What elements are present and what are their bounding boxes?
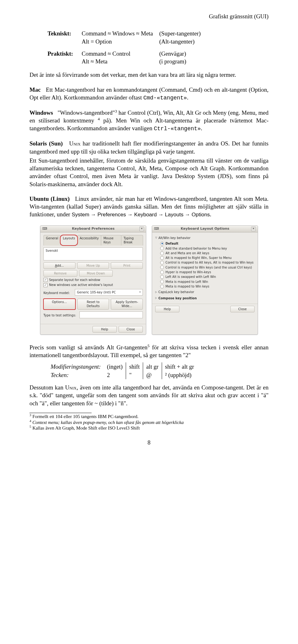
key-table: Tekniskt: Command ≈ Windows ≈ Meta Alt =…	[29, 30, 269, 65]
radio-opt[interactable]: Alt is mapped to Right Win, Super to Men…	[160, 256, 255, 260]
compose-paragraph: Dessutom kan Unix, även om inte alla tan…	[29, 384, 269, 407]
kv-col: Command ≈ Windows ≈ Meta Alt = Option	[82, 30, 159, 45]
radio-opt[interactable]: Alt and Meta are on Alt keys	[160, 251, 255, 255]
cell: 2	[104, 371, 126, 379]
footnote-3: 3 Formellt ett 104 eller 105 tangents IB…	[29, 414, 269, 420]
solaris-block: Solaris (Sun)Unix har traditionellt haft…	[29, 140, 269, 188]
type-test-label: Type to test settings:	[43, 313, 78, 317]
cell: shift	[126, 362, 143, 371]
group-capslock[interactable]: ▷CapsLock key behavior	[155, 289, 255, 295]
kv-row-praktiskt: Praktiskt: Command ≈ Control Alt ≈ Meta …	[47, 50, 269, 66]
intro-paragraph: Det är inte så förvirrande som det verka…	[29, 71, 269, 79]
add-button[interactable]: AAdd...dd...	[43, 262, 75, 269]
dialog-titlebar: ⌨ Keyboard Layout Options ×	[152, 226, 258, 232]
tab-mouse-keys[interactable]: Mouse Keys	[101, 235, 121, 246]
move-down-button[interactable]: Move Down	[79, 270, 113, 277]
print-button[interactable]: Print	[111, 262, 143, 269]
dialog-title: Keyboard Preferences	[49, 227, 138, 231]
modifier-table: Modifieringstangent: (inget) shift alt g…	[47, 362, 197, 380]
mac-head: Mac	[29, 86, 46, 93]
dialog-footer: Help Close	[40, 324, 146, 334]
close-icon[interactable]: ×	[251, 227, 256, 231]
solaris-p1: Solaris (Sun)Unix har traditionellt haft…	[29, 140, 269, 155]
kv-cell: Command ≈ Control	[82, 50, 159, 58]
move-up-button[interactable]: Move Up	[77, 262, 109, 269]
keyboard-model-row: Keyboard model: Generic 105-key (Intl) P…	[43, 288, 143, 297]
radio-opt[interactable]: Control is mapped to Win keys (and the u…	[160, 265, 255, 269]
app-icon: ⌨	[154, 227, 159, 231]
kv-label: Tekniskt:	[47, 30, 82, 37]
cell: @	[143, 371, 162, 379]
radio-opt[interactable]: Meta is mapped to Win keys	[160, 284, 255, 288]
cell: shift + alt gr	[162, 362, 197, 371]
cell: ² (upphöjd)	[162, 371, 197, 379]
radio-opt[interactable]: Hyper is mapped to Win-keys	[160, 270, 255, 274]
solaris-head: Solaris (Sun)	[29, 140, 69, 147]
options-button[interactable]: Options...	[43, 299, 75, 310]
close-icon[interactable]: ×	[139, 227, 144, 231]
dialog-titlebar: ⌨ Keyboard Preferences ×	[40, 226, 146, 232]
close-button[interactable]: Close	[119, 326, 143, 333]
reset-defaults-button[interactable]: Reset to Defaults	[77, 299, 109, 310]
triangle-down-icon: ▽	[155, 236, 157, 240]
close-button[interactable]: Close	[230, 306, 255, 312]
tab-layouts[interactable]: Layouts	[60, 235, 77, 246]
radio-opt[interactable]: Add the standard behavior to Menu key	[160, 246, 255, 251]
tab-accessibility[interactable]: Accessibility	[77, 235, 102, 246]
cell: alt gr	[143, 362, 162, 371]
layout-list[interactable]: Svenskt	[43, 247, 143, 260]
keyboard-model-select[interactable]: Generic 105-key (Intl) PC ▾	[75, 289, 143, 296]
cell: Modifieringstangent:	[47, 362, 104, 371]
app-icon: ⌨	[42, 227, 47, 231]
kv-cell: (Genvägar)	[159, 50, 269, 58]
kv-cell: (Super-tangenter)	[159, 30, 269, 37]
ubuntu-paragraph: Ubuntu (Linux)Linux använder, när man ha…	[29, 195, 269, 218]
apply-system-wide-button[interactable]: Apply System-Wide...	[111, 299, 143, 310]
dialog-body: ▽Alt/Win key behavior Default Add the st…	[152, 232, 258, 304]
type-test-input[interactable]	[79, 311, 143, 318]
kv-col: (Super-tangenter) (Alt-tangenter)	[159, 30, 269, 45]
keyboard-layout-options-dialog: ⌨ Keyboard Layout Options × ▽Alt/Win key…	[152, 225, 258, 335]
radio-opt[interactable]: Left Alt is swapped with Left Win	[160, 275, 255, 279]
remove-button[interactable]: Remove	[43, 270, 77, 277]
figure-row: ⌨ Keyboard Preferences × General Layouts…	[29, 225, 269, 335]
dialog-title: Keyboard Layout Options	[161, 227, 249, 231]
checkbox-new-windows[interactable]: ✓New windows use active window's layout	[43, 283, 143, 287]
radio-default[interactable]: Default	[160, 242, 255, 246]
keyboard-preferences-dialog: ⌨ Keyboard Preferences × General Layouts…	[40, 225, 146, 335]
checkbox-separate-layout[interactable]: ✓Separate layout for each window	[43, 278, 143, 282]
footnote-5: 5 Kallas även Alt Graph, Mode Shift elle…	[29, 425, 269, 431]
tab-general[interactable]: General	[43, 235, 61, 246]
triangle-right-icon: ▷	[155, 291, 157, 294]
keyboard-model-value: Generic 105-key (Intl) PC	[77, 290, 116, 294]
windows-head: Windows	[29, 109, 58, 116]
text: "Windows-tangentbord"3 har Control (Ctrl…	[29, 109, 269, 132]
help-button[interactable]: Help	[93, 326, 117, 333]
cell: "	[126, 371, 143, 379]
help-button[interactable]: Help	[155, 306, 179, 312]
radio-opt[interactable]: Meta is mapped to Left Win	[160, 280, 255, 284]
kv-label: Praktiskt:	[47, 50, 82, 58]
kv-cell: (i program)	[159, 58, 269, 65]
group-compose[interactable]: ▷Compose key position	[155, 295, 255, 301]
kv-cell: Alt = Option	[82, 38, 159, 45]
group-alt-win[interactable]: ▽Alt/Win key behavior	[155, 235, 255, 241]
kv-cell: Command ≈ Windows ≈ Meta	[82, 30, 159, 37]
text: Ett Mac-tangentbord har en kommandotange…	[29, 86, 269, 101]
ubuntu-head: Ubuntu (Linux)	[29, 196, 75, 202]
triangle-right-icon: ▷	[155, 297, 157, 300]
solaris-p2: Ett Sun-tangentbord innehåller, förutom …	[29, 157, 269, 188]
kv-row-tekniskt: Tekniskt: Command ≈ Windows ≈ Meta Alt =…	[47, 30, 269, 45]
footnote-rule	[29, 413, 92, 413]
kv-col: Command ≈ Control Alt ≈ Meta	[82, 50, 159, 66]
table-row: Tecken: 2 " @ ² (upphöjd)	[47, 371, 197, 379]
running-head: Grafiskt gränssnitt (GUI)	[29, 12, 269, 20]
tab-typing-break[interactable]: Typing Break	[121, 235, 143, 246]
radio-opt[interactable]: Control is mapped to Alt keys, Alt is ma…	[160, 260, 255, 264]
dialog-footer: Help Close	[152, 304, 258, 314]
button-row-2: Remove Move Down	[43, 270, 143, 277]
dialog-body: General Layouts Accessibility Mouse Keys…	[40, 232, 146, 324]
cell: Tecken:	[47, 371, 104, 379]
footnote-4: 4 Context menu; kallas även popup-meny, …	[29, 420, 269, 426]
tabs: General Layouts Accessibility Mouse Keys…	[43, 235, 143, 246]
